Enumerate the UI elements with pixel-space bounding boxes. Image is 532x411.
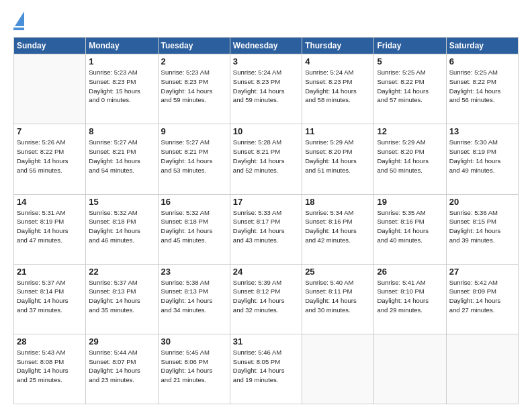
day-number: 25	[305, 267, 371, 277]
page: SundayMondayTuesdayWednesdayThursdayFrid…	[0, 0, 532, 411]
calendar-cell: 21Sunrise: 5:37 AMSunset: 8:14 PMDayligh…	[14, 264, 86, 334]
day-info: Sunrise: 5:31 AMSunset: 8:19 PMDaylight:…	[17, 208, 83, 245]
day-info: Sunrise: 5:29 AMSunset: 8:20 PMDaylight:…	[305, 138, 371, 175]
calendar-cell: 5Sunrise: 5:25 AMSunset: 8:22 PMDaylight…	[374, 54, 446, 124]
calendar-cell: 14Sunrise: 5:31 AMSunset: 8:19 PMDayligh…	[14, 194, 86, 264]
calendar-week-4: 21Sunrise: 5:37 AMSunset: 8:14 PMDayligh…	[14, 264, 519, 334]
calendar-cell: 31Sunrise: 5:46 AMSunset: 8:05 PMDayligh…	[230, 334, 302, 404]
calendar-header-saturday: Saturday	[446, 38, 518, 54]
calendar-week-2: 7Sunrise: 5:26 AMSunset: 8:22 PMDaylight…	[14, 124, 519, 194]
day-number: 1	[89, 56, 154, 66]
calendar-cell: 2Sunrise: 5:23 AMSunset: 8:23 PMDaylight…	[158, 54, 230, 124]
logo-text	[13, 11, 24, 26]
day-info: Sunrise: 5:25 AMSunset: 8:22 PMDaylight:…	[449, 68, 515, 105]
day-info: Sunrise: 5:25 AMSunset: 8:22 PMDaylight:…	[377, 68, 443, 105]
calendar-cell: 1Sunrise: 5:23 AMSunset: 8:23 PMDaylight…	[86, 54, 158, 124]
calendar-cell: 10Sunrise: 5:28 AMSunset: 8:21 PMDayligh…	[230, 124, 302, 194]
calendar-header-thursday: Thursday	[302, 38, 374, 54]
day-number: 30	[161, 336, 227, 347]
calendar-cell: 15Sunrise: 5:32 AMSunset: 8:18 PMDayligh…	[86, 194, 158, 264]
calendar-week-5: 28Sunrise: 5:43 AMSunset: 8:08 PMDayligh…	[14, 334, 519, 404]
day-number: 9	[161, 126, 227, 136]
calendar-cell	[14, 54, 86, 124]
day-info: Sunrise: 5:35 AMSunset: 8:16 PMDaylight:…	[377, 208, 443, 245]
day-number: 19	[377, 197, 443, 207]
day-number: 5	[377, 56, 443, 66]
day-info: Sunrise: 5:37 AMSunset: 8:14 PMDaylight:…	[17, 278, 83, 315]
calendar-week-3: 14Sunrise: 5:31 AMSunset: 8:19 PMDayligh…	[14, 194, 519, 264]
calendar-cell: 16Sunrise: 5:32 AMSunset: 8:18 PMDayligh…	[158, 194, 230, 264]
day-number: 29	[89, 336, 154, 347]
day-number: 21	[17, 267, 83, 277]
day-number: 27	[449, 267, 515, 277]
calendar-cell	[374, 334, 446, 404]
calendar-cell: 8Sunrise: 5:27 AMSunset: 8:21 PMDaylight…	[86, 124, 158, 194]
calendar-header-tuesday: Tuesday	[158, 38, 230, 54]
day-info: Sunrise: 5:46 AMSunset: 8:05 PMDaylight:…	[233, 348, 299, 385]
day-info: Sunrise: 5:45 AMSunset: 8:06 PMDaylight:…	[161, 348, 227, 385]
day-info: Sunrise: 5:28 AMSunset: 8:21 PMDaylight:…	[233, 138, 299, 175]
day-number: 10	[233, 126, 299, 136]
logo	[13, 11, 24, 30]
day-info: Sunrise: 5:38 AMSunset: 8:13 PMDaylight:…	[161, 278, 227, 315]
calendar-cell: 19Sunrise: 5:35 AMSunset: 8:16 PMDayligh…	[374, 194, 446, 264]
day-number: 16	[161, 197, 227, 207]
day-number: 17	[233, 197, 299, 207]
calendar-header-monday: Monday	[86, 38, 158, 54]
day-info: Sunrise: 5:37 AMSunset: 8:13 PMDaylight:…	[89, 278, 154, 315]
day-number: 13	[449, 126, 515, 136]
calendar-cell: 11Sunrise: 5:29 AMSunset: 8:20 PMDayligh…	[302, 124, 374, 194]
day-number: 6	[449, 56, 515, 66]
day-info: Sunrise: 5:33 AMSunset: 8:17 PMDaylight:…	[233, 208, 299, 245]
day-info: Sunrise: 5:30 AMSunset: 8:19 PMDaylight:…	[449, 138, 515, 175]
day-number: 18	[305, 197, 371, 207]
calendar-cell	[302, 334, 374, 404]
day-info: Sunrise: 5:32 AMSunset: 8:18 PMDaylight:…	[89, 208, 154, 245]
calendar-cell: 25Sunrise: 5:40 AMSunset: 8:11 PMDayligh…	[302, 264, 374, 334]
day-info: Sunrise: 5:23 AMSunset: 8:23 PMDaylight:…	[161, 68, 227, 105]
calendar-header-sunday: Sunday	[14, 38, 86, 54]
logo-bar	[13, 28, 24, 30]
calendar-cell: 13Sunrise: 5:30 AMSunset: 8:19 PMDayligh…	[446, 124, 518, 194]
day-info: Sunrise: 5:41 AMSunset: 8:10 PMDaylight:…	[377, 278, 443, 315]
calendar-header-wednesday: Wednesday	[230, 38, 302, 54]
calendar-cell: 4Sunrise: 5:24 AMSunset: 8:23 PMDaylight…	[302, 54, 374, 124]
day-number: 31	[233, 336, 299, 347]
calendar-week-1: 1Sunrise: 5:23 AMSunset: 8:23 PMDaylight…	[14, 54, 519, 124]
day-number: 26	[377, 267, 443, 277]
day-number: 23	[161, 267, 227, 277]
day-number: 14	[17, 197, 83, 207]
day-info: Sunrise: 5:26 AMSunset: 8:22 PMDaylight:…	[17, 138, 83, 175]
calendar-cell: 18Sunrise: 5:34 AMSunset: 8:16 PMDayligh…	[302, 194, 374, 264]
day-number: 4	[305, 56, 371, 66]
calendar-cell: 17Sunrise: 5:33 AMSunset: 8:17 PMDayligh…	[230, 194, 302, 264]
day-info: Sunrise: 5:36 AMSunset: 8:15 PMDaylight:…	[449, 208, 515, 245]
day-number: 3	[233, 56, 299, 66]
day-number: 2	[161, 56, 227, 66]
day-number: 20	[449, 197, 515, 207]
calendar-cell	[446, 334, 518, 404]
calendar-cell: 9Sunrise: 5:27 AMSunset: 8:21 PMDaylight…	[158, 124, 230, 194]
day-info: Sunrise: 5:24 AMSunset: 8:23 PMDaylight:…	[233, 68, 299, 105]
day-info: Sunrise: 5:32 AMSunset: 8:18 PMDaylight:…	[161, 208, 227, 245]
day-number: 8	[89, 126, 154, 136]
calendar-cell: 26Sunrise: 5:41 AMSunset: 8:10 PMDayligh…	[374, 264, 446, 334]
day-number: 7	[17, 126, 83, 136]
day-number: 15	[89, 197, 154, 207]
day-info: Sunrise: 5:40 AMSunset: 8:11 PMDaylight:…	[305, 278, 371, 315]
calendar-cell: 20Sunrise: 5:36 AMSunset: 8:15 PMDayligh…	[446, 194, 518, 264]
calendar-cell: 27Sunrise: 5:42 AMSunset: 8:09 PMDayligh…	[446, 264, 518, 334]
calendar-cell: 30Sunrise: 5:45 AMSunset: 8:06 PMDayligh…	[158, 334, 230, 404]
calendar-cell: 29Sunrise: 5:44 AMSunset: 8:07 PMDayligh…	[86, 334, 158, 404]
calendar-cell: 23Sunrise: 5:38 AMSunset: 8:13 PMDayligh…	[158, 264, 230, 334]
logo-triangle-icon	[15, 11, 24, 26]
day-info: Sunrise: 5:27 AMSunset: 8:21 PMDaylight:…	[161, 138, 227, 175]
calendar-cell: 12Sunrise: 5:29 AMSunset: 8:20 PMDayligh…	[374, 124, 446, 194]
day-info: Sunrise: 5:34 AMSunset: 8:16 PMDaylight:…	[305, 208, 371, 245]
day-number: 11	[305, 126, 371, 136]
calendar-table: SundayMondayTuesdayWednesdayThursdayFrid…	[13, 37, 519, 404]
day-info: Sunrise: 5:23 AMSunset: 8:23 PMDaylight:…	[89, 68, 154, 105]
calendar-header-row: SundayMondayTuesdayWednesdayThursdayFrid…	[14, 38, 519, 54]
day-info: Sunrise: 5:42 AMSunset: 8:09 PMDaylight:…	[449, 278, 515, 315]
day-info: Sunrise: 5:29 AMSunset: 8:20 PMDaylight:…	[377, 138, 443, 175]
